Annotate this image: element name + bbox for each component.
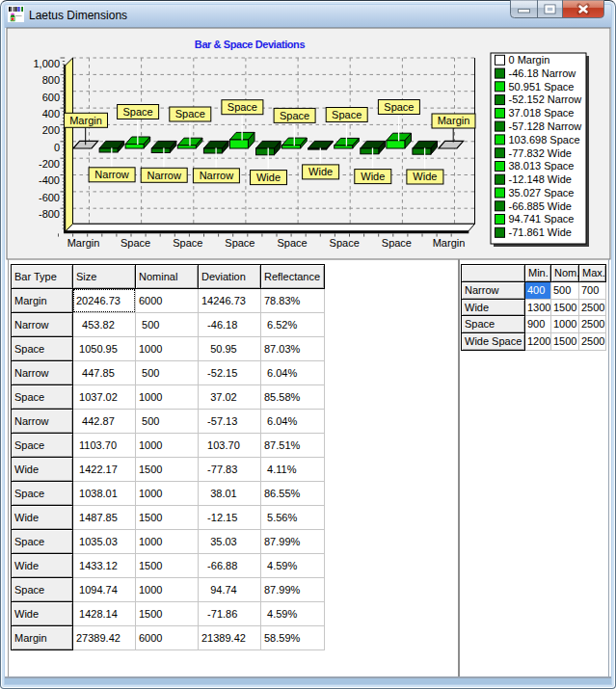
svg-text:Space: Space [277,237,307,249]
svg-text:Narrow: Narrow [94,169,129,180]
svg-text:400: 400 [42,108,60,119]
svg-text:Space: Space [228,101,257,113]
svg-text:Wide: Wide [256,172,281,183]
svg-text:Space: Space [225,237,254,249]
svg-text:-800: -800 [39,208,60,220]
svg-text:Margin: Margin [438,115,470,126]
svg-text:Margin: Margin [67,237,100,249]
svg-text:0 Margin: 0 Margin [509,54,550,66]
svg-text:38.013 Space: 38.013 Space [509,160,575,172]
svg-text:50.951 Space: 50.951 Space [509,81,575,93]
svg-text:Wide: Wide [361,171,385,182]
svg-text:-71.861 Wide: -71.861 Wide [509,226,572,238]
svg-text:Space: Space [382,237,412,249]
svg-text:-52.152 Narrow: -52.152 Narrow [509,93,582,105]
svg-text:Margin: Margin [433,237,466,249]
svg-text:Margin: Margin [69,115,102,126]
svg-text:Wide: Wide [413,171,437,182]
svg-text:Space: Space [122,106,152,118]
svg-text:35.027 Space: 35.027 Space [509,187,575,199]
svg-text:Wide: Wide [308,166,333,177]
svg-text:-12.148 Wide: -12.148 Wide [509,173,572,185]
svg-text:200: 200 [42,124,60,136]
svg-text:800: 800 [42,74,60,86]
svg-text:-57.128 Narrow: -57.128 Narrow [509,120,582,132]
svg-text:0: 0 [54,142,60,153]
svg-text:Narrow: Narrow [200,170,234,181]
svg-text:-46.18 Narrow: -46.18 Narrow [509,67,576,79]
svg-text:103.698 Space: 103.698 Space [509,134,580,146]
svg-text:1,000: 1,000 [33,58,60,69]
svg-text:-400: -400 [39,174,60,186]
svg-text:37.018 Space: 37.018 Space [509,107,575,119]
svg-text:Space: Space [332,109,362,120]
svg-text:600: 600 [42,92,60,103]
svg-text:Space: Space [175,108,205,119]
svg-text:94.741 Space: 94.741 Space [509,213,575,225]
svg-text:Space: Space [121,237,150,249]
svg-text:Space: Space [384,101,414,113]
svg-text:-77.832 Wide: -77.832 Wide [509,147,572,159]
svg-text:Narrow: Narrow [147,170,181,181]
svg-text:Space: Space [280,110,309,121]
svg-text:Space: Space [173,237,202,249]
svg-text:-200: -200 [39,158,60,170]
svg-text:-66.885 Wide: -66.885 Wide [509,200,572,212]
svg-text:Bar & Space Deviations: Bar & Space Deviations [195,39,306,50]
svg-text:-600: -600 [39,192,60,203]
svg-text:Space: Space [330,237,360,249]
